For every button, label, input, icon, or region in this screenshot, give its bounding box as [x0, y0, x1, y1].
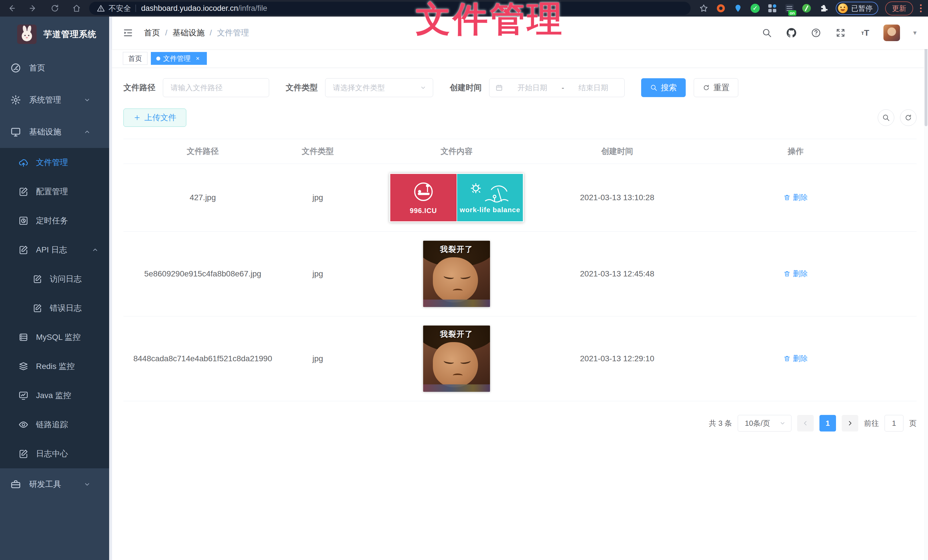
- extension-orange-icon[interactable]: [716, 3, 726, 14]
- page-scrollbar[interactable]: [924, 17, 928, 560]
- filter-file-type: 文件类型 请选择文件类型: [286, 78, 433, 97]
- cell-file-type: jpg: [282, 164, 353, 231]
- browser-nav: [6, 3, 82, 14]
- sidebar: 芋道管理系统 首页 系统管理 基础设施 文件管理: [0, 17, 112, 560]
- table-header-row: 文件路径 文件类型 文件内容 创建时间 操作: [124, 139, 917, 164]
- calendar-icon: [495, 84, 503, 92]
- file-path-input[interactable]: [163, 78, 269, 97]
- file-path-label: 文件路径: [124, 82, 156, 93]
- address-bar[interactable]: 不安全 dashboard.yudao.iocoder.cn /infra/fi…: [89, 2, 691, 15]
- page-size-value: 10条/页: [745, 418, 770, 428]
- extension-grid-icon[interactable]: [767, 3, 777, 14]
- prev-page-button[interactable]: [797, 415, 814, 432]
- sidebar-item-api-log[interactable]: API 日志: [0, 235, 109, 265]
- browser-back-button[interactable]: [6, 3, 17, 14]
- next-page-button[interactable]: [842, 415, 858, 432]
- breadcrumb-separator: /: [210, 28, 212, 37]
- help-icon[interactable]: [810, 27, 822, 39]
- reset-button-label: 重置: [713, 82, 730, 93]
- navbar-tools: тT ▼: [760, 24, 918, 41]
- banner-996-left: 996.ICU: [390, 174, 456, 221]
- delete-button[interactable]: 删除: [783, 192, 808, 202]
- browser-reload-button[interactable]: [50, 3, 60, 14]
- sidebar-item-system[interactable]: 系统管理: [0, 84, 109, 116]
- breadcrumb-separator: /: [165, 28, 168, 37]
- log-edit-icon: [32, 303, 42, 313]
- page-size-select[interactable]: 10条/页: [738, 415, 791, 432]
- create-time-label: 创建时间: [450, 82, 482, 93]
- cell-file-content: 我裂开了: [353, 231, 560, 317]
- sidebar-item-file-management[interactable]: 文件管理: [0, 148, 109, 177]
- sidebar-item-label: MySQL 监控: [36, 332, 81, 343]
- font-size-icon[interactable]: тT: [859, 27, 872, 39]
- reset-button[interactable]: 重置: [694, 78, 738, 97]
- sidebar-item-access-log[interactable]: 访问日志: [0, 265, 109, 294]
- app-title: 芋道管理系统: [43, 29, 96, 40]
- pagination-total: 共 3 条: [709, 418, 732, 428]
- current-page-button[interactable]: 1: [820, 415, 836, 432]
- cell-create-time: 2021-03-13 12:29:10: [560, 317, 675, 401]
- log-edit-icon: [18, 449, 29, 459]
- breadcrumb-home[interactable]: 首页: [144, 27, 160, 38]
- extension-leaf-icon[interactable]: [801, 3, 812, 14]
- sidebar-item-config-management[interactable]: 配置管理: [0, 177, 109, 206]
- sidebar-item-label: 访问日志: [50, 274, 82, 285]
- profile-paused-label: 已暂停: [851, 4, 873, 13]
- github-icon[interactable]: [785, 27, 798, 39]
- browser-home-button[interactable]: [72, 3, 82, 14]
- extensions-puzzle-icon[interactable]: [818, 3, 829, 14]
- sidebar-item-trace[interactable]: 链路追踪: [0, 410, 109, 439]
- delete-button[interactable]: 删除: [783, 269, 808, 279]
- sidebar-item-java-monitor[interactable]: Java 监控: [0, 381, 109, 410]
- sidebar-collapse-icon[interactable]: [122, 27, 134, 38]
- user-avatar[interactable]: [884, 24, 900, 41]
- address-divider: [136, 5, 136, 12]
- search-button[interactable]: 搜索: [641, 78, 686, 97]
- header-search-icon[interactable]: [760, 27, 773, 39]
- sidebar-item-redis-monitor[interactable]: Redis 监控: [0, 352, 109, 381]
- file-type-select[interactable]: 请选择文件类型: [325, 78, 433, 97]
- date-range-picker[interactable]: 开始日期 - 结束日期: [489, 78, 624, 97]
- table-row: 427.jpg jpg 996.ICU work-life balan: [124, 164, 917, 231]
- refresh-table-button[interactable]: [900, 110, 917, 126]
- breadcrumb-infra[interactable]: 基础设施: [172, 27, 205, 38]
- delete-label: 删除: [793, 353, 808, 364]
- tag-home[interactable]: 首页: [123, 52, 147, 65]
- bookmark-star-icon[interactable]: [699, 3, 709, 14]
- avatar-caret-icon[interactable]: ▼: [912, 30, 918, 36]
- sidebar-item-dev-tools[interactable]: 研发工具: [0, 468, 109, 500]
- jump-page-input[interactable]: [885, 415, 904, 432]
- refresh-icon: [702, 84, 710, 91]
- chevron-down-icon: [779, 420, 786, 427]
- col-actions: 操作: [675, 139, 917, 164]
- monitor-icon: [10, 126, 21, 137]
- extension-pin-icon[interactable]: [733, 3, 743, 14]
- chevron-down-icon: [84, 481, 91, 488]
- delete-button[interactable]: 删除: [783, 353, 808, 364]
- sidebar-item-mysql-monitor[interactable]: MySQL 监控: [0, 323, 109, 352]
- beach-icon: [465, 181, 516, 205]
- tag-close-icon[interactable]: ×: [194, 55, 201, 62]
- fullscreen-icon[interactable]: [834, 27, 847, 39]
- log-edit-icon: [18, 245, 29, 255]
- sidebar-item-log-center[interactable]: 日志中心: [0, 439, 109, 468]
- browser-forward-button[interactable]: [28, 3, 38, 14]
- sidebar-item-label: Redis 监控: [36, 361, 75, 372]
- extension-switch-icon[interactable]: on: [784, 3, 795, 14]
- sidebar-item-home[interactable]: 首页: [0, 52, 109, 84]
- browser-update-button[interactable]: 更新: [885, 2, 913, 15]
- toggle-search-button[interactable]: [878, 110, 894, 126]
- profile-paused-pill[interactable]: 已暂停: [836, 2, 878, 15]
- chevron-down-icon: [420, 84, 427, 91]
- sidebar-item-infra[interactable]: 基础设施: [0, 116, 109, 148]
- sidebar-item-scheduled-jobs[interactable]: 定时任务: [0, 206, 109, 235]
- browser-menu-icon[interactable]: [920, 4, 922, 12]
- extension-check-icon[interactable]: ✓: [750, 3, 760, 14]
- dashboard-icon: [10, 62, 21, 73]
- sidebar-item-error-log[interactable]: 错误日志: [0, 294, 109, 323]
- cell-actions: 删除: [675, 164, 917, 231]
- upload-file-button[interactable]: 上传文件: [124, 108, 186, 127]
- chevron-down-icon: [84, 96, 91, 103]
- gear-icon: [10, 94, 21, 105]
- tag-file-management[interactable]: 文件管理 ×: [151, 52, 207, 65]
